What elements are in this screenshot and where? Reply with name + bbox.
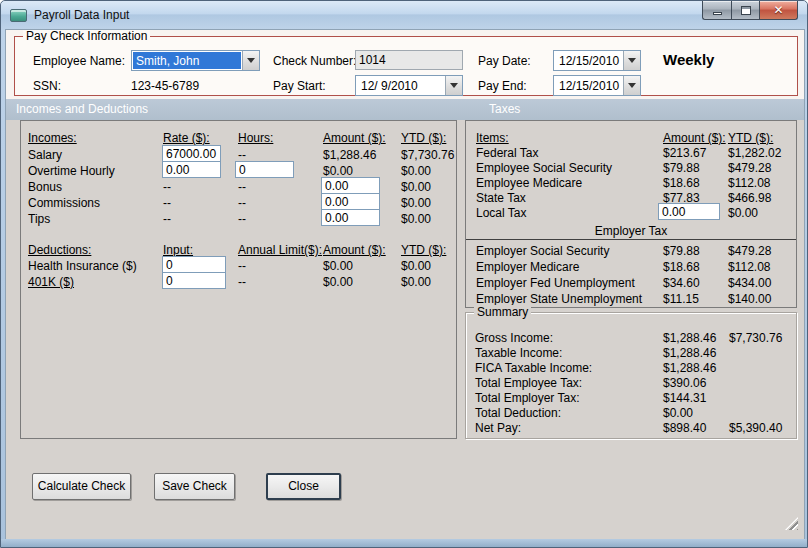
overtime-rate-input[interactable] <box>162 161 221 178</box>
commissions-ytd: $0.00 <box>401 196 431 210</box>
tax-label: State Tax <box>476 191 526 205</box>
commissions-amount-input[interactable] <box>321 193 380 210</box>
pay-date-picker[interactable]: 12/15/2010 <box>553 50 641 71</box>
commissions-hours: -- <box>238 196 246 210</box>
summary-label: Total Employee Tax: <box>475 376 582 390</box>
tax-row-employer-fed-unemp: Employer Fed Unemployment $34.60 $434.00 <box>466 276 796 291</box>
summary-label: Total Deduction: <box>475 406 561 420</box>
health-insurance-input[interactable] <box>162 256 226 273</box>
maximize-icon <box>741 6 751 15</box>
retirement-401k-input[interactable] <box>162 272 226 289</box>
tax-ytd: $1,282.02 <box>728 146 781 160</box>
chevron-down-icon <box>450 83 458 88</box>
tax-ytd: $140.00 <box>728 292 771 306</box>
title-bar[interactable]: Payroll Data Input ✕ <box>1 1 807 29</box>
tips-amount-input[interactable] <box>321 209 380 226</box>
pay-end-picker[interactable]: 12/15/2010 <box>553 75 641 96</box>
local-tax-input[interactable] <box>658 203 720 220</box>
k401-amount: $0.00 <box>323 275 353 289</box>
health-limit: -- <box>238 259 246 273</box>
tax-amount: $213.67 <box>663 146 706 160</box>
pay-start-picker[interactable]: 12/ 9/2010 <box>355 75 463 96</box>
summary-amount: $898.40 <box>663 421 706 435</box>
save-check-button[interactable]: Save Check <box>154 473 235 500</box>
tips-ytd: $0.00 <box>401 212 431 226</box>
summary-row-fica: FICA Taxable Income: $1,288.46 <box>466 361 796 376</box>
deduction-row-401k: 401K ($) -- $0.00 $0.00 <box>21 275 456 290</box>
incomes-deductions-panel: Incomes: Rate ($): Hours: Amount ($): YT… <box>20 120 457 439</box>
summary-row-deduction: Total Deduction: $0.00 <box>466 406 796 421</box>
commissions-rate: -- <box>163 196 171 210</box>
chevron-down-icon <box>247 58 255 63</box>
salary-rate-input[interactable] <box>162 145 221 162</box>
tips-hours: -- <box>238 212 246 226</box>
payroll-window: Payroll Data Input ✕ Pay Check Informati… <box>0 0 808 548</box>
employee-name-value: Smith, John <box>133 52 241 69</box>
tax-label: Employer State Unemployment <box>476 292 642 306</box>
app-icon <box>10 9 27 22</box>
summary-amount: $1,288.46 <box>663 331 716 345</box>
income-label: Tips <box>28 212 50 226</box>
paycheck-group-label: Pay Check Information <box>23 29 150 43</box>
tax-row-employer-ss: Employer Social Security $79.88 $479.28 <box>466 244 796 259</box>
close-icon: ✕ <box>773 3 783 17</box>
tax-label: Employee Medicare <box>476 176 582 190</box>
salary-ytd: $7,730.76 <box>401 148 454 162</box>
summary-row-net-pay: Net Pay: $898.40 $5,390.40 <box>466 421 796 436</box>
close-button[interactable]: Close <box>266 473 341 500</box>
chevron-down-icon <box>628 58 636 63</box>
tax-ytd: $479.28 <box>728 161 771 175</box>
tax-ytd: $112.08 <box>728 260 771 274</box>
incomes-deductions-section-label: Incomes and Deductions <box>16 102 148 116</box>
income-label: Commissions <box>28 196 100 210</box>
tax-amount: $18.68 <box>663 176 700 190</box>
annual-limit-header: Annual Limit($): <box>238 243 322 257</box>
tax-label: Employer Medicare <box>476 260 579 274</box>
tax-row-state: State Tax $77.83 $466.98 <box>466 191 796 206</box>
tax-label: Employer Social Security <box>476 244 609 258</box>
resize-grip[interactable] <box>785 517 798 530</box>
hours-header: Hours: <box>238 131 273 145</box>
maximize-button[interactable] <box>731 1 759 20</box>
minimize-button[interactable] <box>702 1 731 20</box>
income-row-tips: Tips -- -- $0.00 <box>21 212 456 227</box>
tax-ytd: $466.98 <box>728 191 771 205</box>
health-ytd: $0.00 <box>401 259 431 273</box>
taxes-section-label: Taxes <box>489 102 520 116</box>
salary-hours: -- <box>238 148 246 162</box>
ytd-header: YTD ($): <box>401 243 446 257</box>
salary-amount: $1,288.46 <box>323 148 376 162</box>
amount-header: Amount ($): <box>323 243 386 257</box>
summary-amount: $390.06 <box>663 376 706 390</box>
pay-start-dropdown-icon[interactable] <box>445 76 462 95</box>
pay-date-value: 12/15/2010 <box>554 51 623 70</box>
health-amount: $0.00 <box>323 259 353 273</box>
close-window-button[interactable]: ✕ <box>759 1 798 20</box>
employer-tax-header: Employer Tax <box>466 224 796 240</box>
bonus-hours: -- <box>238 180 246 194</box>
tax-ytd: $434.00 <box>728 276 771 290</box>
bonus-amount-input[interactable] <box>321 177 380 194</box>
check-number-input[interactable] <box>355 50 463 70</box>
pay-end-dropdown-icon[interactable] <box>623 76 640 95</box>
summary-row-employer-tax: Total Employer Tax: $144.31 <box>466 391 796 406</box>
form-client-area: Pay Check Information Employee Name: Smi… <box>5 29 805 541</box>
paycheck-info-group: Pay Check Information Employee Name: Smi… <box>14 36 798 96</box>
summary-group: Summary Gross Income: $1,288.46 $7,730.7… <box>465 312 797 439</box>
tax-row-federal: Federal Tax $213.67 $1,282.02 <box>466 146 796 161</box>
taxes-panel: Items: Amount ($): YTD ($): Federal Tax … <box>465 120 797 308</box>
ssn-label: SSN: <box>33 79 61 93</box>
pay-start-value: 12/ 9/2010 <box>356 76 445 95</box>
tips-rate: -- <box>163 212 171 226</box>
taxes-header-row: Items: Amount ($): YTD ($): <box>466 131 796 146</box>
tax-amount: $79.88 <box>663 244 700 258</box>
employee-name-combobox[interactable]: Smith, John <box>131 50 260 71</box>
window-controls: ✕ <box>702 1 798 20</box>
tax-amount: $18.68 <box>663 260 700 274</box>
calculate-check-button[interactable]: Calculate Check <box>32 473 131 500</box>
input-header: Input: <box>163 243 193 257</box>
employee-name-dropdown-icon[interactable] <box>242 51 259 70</box>
tax-row-local: Local Tax $0.00 <box>466 206 796 221</box>
overtime-hours-input[interactable] <box>235 161 294 178</box>
pay-date-dropdown-icon[interactable] <box>623 51 640 70</box>
